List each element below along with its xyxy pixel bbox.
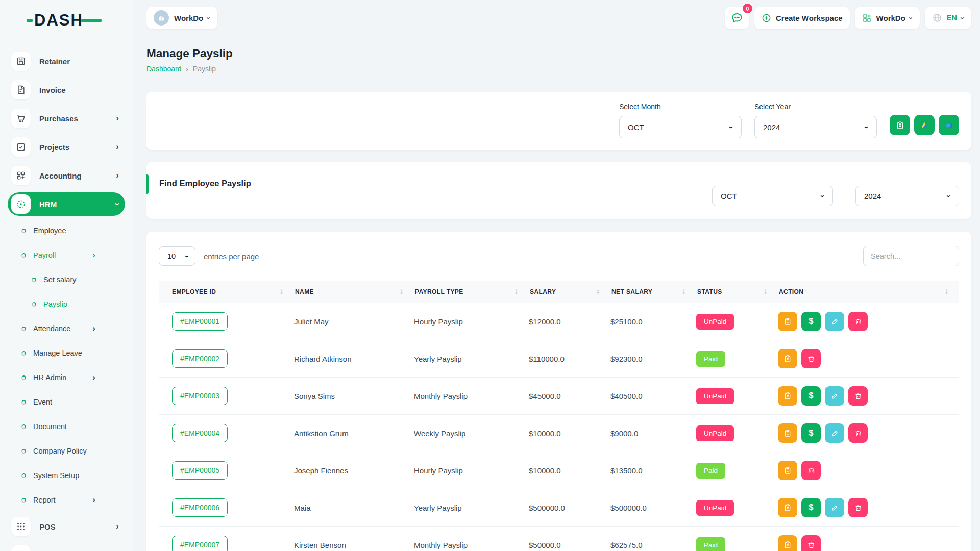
bulk-payslip-button[interactable] [890,115,910,135]
employee-id-badge[interactable]: #EMP00006 [172,498,228,517]
sidebar-item-report[interactable]: Report › [0,488,133,512]
language-selector[interactable]: EN › [925,7,971,29]
sidebar-item-system-setup[interactable]: System Setup [0,463,133,488]
sidebar-item-document[interactable]: Document [0,414,133,439]
workspace-selector[interactable]: WorkDo › [146,7,217,29]
sidebar-item-retainer[interactable]: Retainer [8,49,125,73]
payslip-button[interactable] [778,535,797,551]
sidebar-item-event[interactable]: Event [0,390,133,414]
employee-id-badge[interactable]: #EMP00001 [172,312,228,331]
messages-button[interactable]: 0 [725,7,749,29]
payslip-button[interactable] [778,461,797,480]
sidebar-item-invoice[interactable]: Invoice [8,78,125,102]
find-month-select[interactable]: OCT › [712,186,833,206]
create-workspace-button[interactable]: Create Workspace [754,7,850,29]
delete-button[interactable] [801,461,821,480]
chevron-right-icon: › [92,323,95,334]
payslip-button[interactable] [778,498,797,517]
payslip-button[interactable] [778,349,797,368]
invoice-icon [11,80,31,99]
column-header-action[interactable]: ACTION▴▾ [778,288,959,295]
payslip-button[interactable] [778,386,797,406]
delete-button[interactable] [848,312,868,331]
find-year-select[interactable]: 2024 › [855,186,959,206]
pencil-icon [831,430,839,437]
column-header-salary[interactable]: SALARY▴▾ [529,288,610,295]
search-input[interactable] [863,246,959,266]
sidebar-item-pos[interactable]: POS › [8,515,125,538]
column-header-name[interactable]: NAME▴▾ [294,288,414,295]
employee-id-badge[interactable]: #EMP00004 [172,424,228,442]
sidebar-item-payslip[interactable]: Payslip [0,292,133,316]
trash-icon [854,392,862,400]
delete-button[interactable] [848,498,868,517]
sidebar-item-company-policy[interactable]: Company Policy [0,439,133,463]
onedrive-export-button[interactable] [939,115,959,135]
month-select[interactable]: OCT › [619,116,742,138]
pay-button[interactable]: $ [801,312,821,331]
payroll-type: Monthly Payslip [414,392,529,400]
google-drive-icon [920,120,929,130]
sidebar-item-hr-admin[interactable]: HR Admin › [0,365,133,390]
payslip-button[interactable] [778,423,797,443]
chevron-down-icon: › [183,255,192,258]
trash-icon [807,541,815,549]
payslip-button[interactable] [778,312,797,331]
bullet-ring-icon [21,253,26,258]
trash-icon [854,318,862,325]
sidebar-item-hrm[interactable]: HRM › [8,192,125,216]
edit-button[interactable] [825,386,844,406]
sidebar-item-projects[interactable]: Projects › [8,135,125,159]
salary: $500000.0 [529,504,610,512]
edit-button[interactable] [825,312,844,331]
employee-name: Joseph Fiennes [294,466,414,475]
employee-id-badge[interactable]: #EMP00005 [172,461,228,480]
delete-button[interactable] [801,535,821,551]
sidebar-item-purchases[interactable]: Purchases › [8,107,125,130]
workdo-menu-button[interactable]: WorkDo › [855,7,920,29]
bullet-ring-icon [21,350,26,356]
pay-button[interactable]: $ [801,498,821,517]
bullet-ring-icon [21,399,26,405]
bullet-ring-icon [21,448,26,454]
app-logo[interactable]: DASH [27,11,133,30]
pay-button[interactable]: $ [801,386,821,406]
chat-bubble-icon [731,12,743,24]
edit-button[interactable] [825,498,844,517]
column-header-status[interactable]: STATUS▴▾ [696,288,778,295]
row-actions: $ [778,312,959,331]
edit-button[interactable] [825,423,844,443]
employee-id-badge[interactable]: #EMP00007 [172,536,228,551]
employee-id-badge[interactable]: #EMP00002 [172,349,228,368]
sidebar-item-manage-leave[interactable]: Manage Leave [0,341,133,365]
breadcrumb-dashboard-link[interactable]: Dashboard [146,65,182,73]
sort-icon: ▴▾ [946,289,948,295]
sidebar-item-crm[interactable]: CRM › [8,543,125,551]
row-actions [778,461,959,480]
employee-id-badge[interactable]: #EMP00003 [172,387,228,405]
entries-per-page-select[interactable]: 10 › [159,246,195,266]
column-header-payroll-type[interactable]: PAYROLL TYPE▴▾ [414,288,529,295]
pencil-icon [831,504,839,512]
column-header-employee-id[interactable]: EMPLOYEE ID▴▾ [159,288,294,295]
sidebar-item-employee[interactable]: Employee [0,218,133,243]
delete-button[interactable] [801,349,821,368]
delete-button[interactable] [848,423,868,443]
sidebar-item-set-salary[interactable]: Set salary [0,267,133,292]
sidebar-item-attendance[interactable]: Attendance › [0,316,133,341]
google-drive-export-button[interactable] [914,115,935,135]
employee-name: Juliet May [294,317,414,326]
year-select[interactable]: 2024 › [754,116,877,138]
pay-button[interactable]: $ [801,423,821,443]
column-header-net-salary[interactable]: NET SALARY▴▾ [610,288,696,295]
row-actions: $ [778,498,959,517]
chevron-down-icon: › [959,17,967,19]
bullet-ring-icon [21,228,26,233]
salary: $10000.0 [529,466,610,475]
delete-button[interactable] [848,386,868,406]
employee-name: Sonya Sims [294,392,414,400]
sidebar-item-accounting[interactable]: Accounting › [8,164,125,187]
floppy-icon [11,52,31,71]
pencil-icon [831,392,839,400]
sidebar-item-payroll[interactable]: Payroll › [0,243,133,267]
